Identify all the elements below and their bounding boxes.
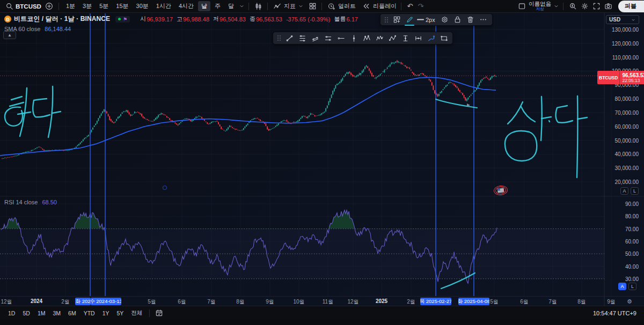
range-button-1M[interactable]: 1M: [34, 308, 49, 318]
high-label: 고: [177, 15, 182, 23]
undo-button[interactable]: ↶: [405, 2, 415, 10]
quick-search-icon[interactable]: [567, 1, 579, 12]
range-button-YTD[interactable]: YTD: [80, 308, 99, 318]
indicators-icon[interactable]: [271, 1, 283, 12]
timeframe-button-날[interactable]: 날: [198, 1, 210, 11]
symbol-search-button[interactable]: BTCUSD: [16, 3, 41, 10]
timeframe-button-주[interactable]: 주: [211, 1, 224, 11]
rsi-log-button[interactable]: L: [628, 283, 636, 290]
snapshot-camera-icon[interactable]: [602, 1, 614, 12]
date-marker-pill: 목 2025-02-27: [420, 298, 451, 305]
clock-display[interactable]: 10:54:47 UTC+9: [593, 310, 636, 316]
time-axis[interactable]: ⚙ 12월20242월5월6월7월8월9월10월11월12월20252월5월6월…: [0, 296, 644, 306]
go-to-date-icon[interactable]: [153, 308, 165, 319]
window-bottom-strip: [0, 320, 644, 325]
rsi-legend-row[interactable]: RSI 14 close 68.50: [4, 199, 57, 205]
layout-chevron-icon[interactable]: [552, 1, 560, 12]
indicators-button[interactable]: 지표: [284, 2, 296, 10]
price-log-button[interactable]: L: [631, 187, 639, 195]
abcd-pattern-tool-icon[interactable]: [386, 33, 399, 44]
elliott-wave-tool-icon[interactable]: [373, 33, 386, 44]
timeframe-button-5분[interactable]: 5분: [96, 1, 112, 11]
flat-channel-tool-icon[interactable]: [321, 33, 334, 44]
currency-dropdown[interactable]: USD: [606, 15, 639, 24]
open-value: 96,939.17: [147, 16, 173, 23]
brush-tool-icon[interactable]: [425, 33, 437, 44]
price-axis-label: 110,000.00: [612, 54, 639, 60]
market-open-dot-icon: [118, 18, 121, 20]
range-button-1Y[interactable]: 1Y: [99, 308, 113, 318]
alert-button[interactable]: 얼러트: [338, 2, 356, 10]
range-button-1D[interactable]: 1D: [4, 308, 19, 318]
price-axis-label: 50,000.00: [615, 137, 639, 143]
redo-button[interactable]: ↷: [415, 2, 426, 10]
symbol-search-icon[interactable]: [3, 1, 15, 12]
drawing-settings-icon[interactable]: [438, 14, 451, 25]
timeframe-button-3분[interactable]: 3분: [79, 1, 95, 11]
pencil-tool-icon[interactable]: [403, 14, 416, 25]
range-button-5D[interactable]: 5D: [19, 308, 33, 318]
line-width-value[interactable]: 2px: [426, 17, 435, 23]
indicators-chevron-icon[interactable]: [297, 1, 304, 12]
timeframe-button-4시간[interactable]: 4시간: [175, 1, 197, 11]
price-tag-countdown: 22:05:13: [622, 78, 644, 83]
range-button-6M[interactable]: 6M: [64, 308, 80, 318]
more-options-icon[interactable]: [477, 14, 490, 25]
line-width-icon[interactable]: [416, 14, 425, 25]
timeframe-button-1분[interactable]: 1분: [63, 1, 78, 11]
chart-canvas[interactable]: [0, 0, 644, 325]
settings-gear-icon[interactable]: [579, 1, 590, 12]
flag-symbol-icon[interactable]: ⚑: [123, 17, 127, 21]
alert-icon[interactable]: [325, 1, 337, 12]
toolbar-drag-handle-icon[interactable]: [385, 17, 388, 23]
rsi-axis-label: 60.00: [625, 238, 639, 244]
lock-drawing-icon[interactable]: [451, 14, 464, 25]
rsi-title: RSI 14 close: [4, 199, 38, 205]
price-axis-label: 40,000.00: [615, 151, 639, 157]
indicator-templates-icon[interactable]: [306, 1, 318, 12]
sma-value: 86,148.44: [45, 26, 71, 32]
range-button-3M[interactable]: 3M: [49, 308, 64, 318]
trend-line-tool-icon[interactable]: [283, 33, 296, 44]
time-axis-label: 5월: [490, 298, 499, 306]
time-axis-settings-icon[interactable]: ⚙: [626, 298, 633, 305]
timeframe-expand-chevron-icon[interactable]: [238, 1, 245, 12]
layout-name-button[interactable]: 이름없음 저장: [529, 1, 551, 12]
time-axis-label: 2025: [376, 298, 387, 304]
publish-button[interactable]: 퍼블: [618, 1, 644, 12]
date-range-tool-icon[interactable]: [412, 33, 425, 44]
price-auto-button[interactable]: A: [620, 187, 628, 195]
layout-save-label[interactable]: 저장: [536, 6, 544, 12]
fullscreen-icon[interactable]: [590, 1, 602, 12]
rectangle-tool-icon[interactable]: [437, 33, 450, 44]
us-flag-sticker[interactable]: [493, 185, 508, 196]
drawing-template-icon[interactable]: [390, 14, 403, 25]
top-toolbar-left: BTCUSD 1분3분5분15분30분1시간4시간날주달 지표 얼러트 리플레이…: [0, 0, 426, 13]
range-button-5Y[interactable]: 5Y: [113, 308, 128, 318]
layout-select-icon[interactable]: [516, 1, 528, 12]
horizontal-ray-tool-icon[interactable]: [334, 33, 347, 44]
time-axis-label: 11월: [323, 298, 333, 306]
collapse-pane-button[interactable]: ▲: [3, 31, 16, 39]
parallel-channel-tool-icon[interactable]: [309, 33, 321, 44]
price-axis-label: 130,000.00: [612, 27, 639, 33]
price-range-tool-icon[interactable]: [399, 33, 412, 44]
price-tag-value: 96,563.53: [622, 72, 644, 78]
timeframe-button-30분[interactable]: 30분: [133, 1, 152, 11]
time-axis-label: 7월: [207, 298, 216, 306]
chart-style-candles-icon[interactable]: [252, 1, 264, 12]
vertical-line-tool-icon[interactable]: [347, 33, 360, 44]
symbol-title[interactable]: 비트코인 / 달러 · 1날 · BINANCE: [14, 14, 110, 24]
compare-add-icon[interactable]: [43, 1, 55, 12]
replay-button[interactable]: 리플레이: [373, 2, 397, 10]
fib-retracement-tool-icon[interactable]: [296, 33, 309, 44]
delete-drawing-icon[interactable]: [464, 14, 477, 25]
timeframe-button-달[interactable]: 달: [225, 1, 237, 11]
toolbar-drag-handle-icon[interactable]: [277, 35, 281, 41]
timeframe-button-15분[interactable]: 15분: [113, 1, 131, 11]
range-button-전체[interactable]: 전체: [127, 308, 146, 319]
replay-icon[interactable]: [360, 1, 372, 12]
timeframe-button-1시간[interactable]: 1시간: [153, 1, 174, 11]
rsi-auto-button[interactable]: A: [618, 283, 626, 290]
xabcd-pattern-tool-icon[interactable]: [360, 33, 373, 44]
